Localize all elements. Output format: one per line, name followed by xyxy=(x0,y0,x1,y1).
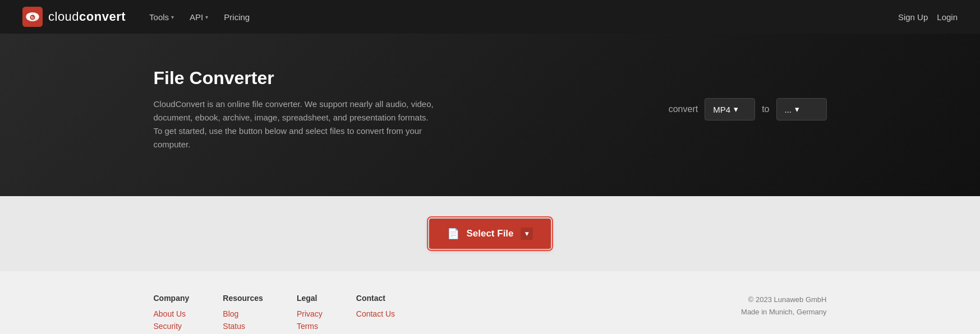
cta-section: 📄 Select File ▾ xyxy=(0,196,980,271)
hero-text: File Converter CloudConvert is an online… xyxy=(154,68,434,151)
converter-widget: convert MP4 ▾ to ... ▾ xyxy=(669,98,827,120)
footer-resources: Resources Blog Status xyxy=(223,294,263,334)
source-format-chevron-icon: ▾ xyxy=(734,104,738,114)
target-format-chevron-icon: ▾ xyxy=(795,104,799,114)
tools-chevron-icon: ▾ xyxy=(171,14,174,20)
brand-name: cloudconvert xyxy=(48,10,126,24)
api-menu[interactable]: API ▾ xyxy=(183,8,215,26)
footer-blog-link[interactable]: Blog xyxy=(223,309,263,318)
brand-logo-link[interactable]: ↻ cloudconvert xyxy=(22,7,126,27)
api-chevron-icon: ▾ xyxy=(205,14,208,20)
to-label: to xyxy=(762,104,769,114)
footer-company-heading: Company xyxy=(154,294,190,303)
select-file-chevron-icon[interactable]: ▾ xyxy=(521,228,533,240)
copyright-text: © 2023 Lunaweb GmbH xyxy=(741,294,826,306)
target-format-select[interactable]: ... ▾ xyxy=(776,98,827,120)
tools-menu[interactable]: Tools ▾ xyxy=(142,8,181,26)
hero-title: File Converter xyxy=(154,68,434,89)
file-icon: 📄 xyxy=(447,228,459,240)
footer: Company About Us Security Resources Blog… xyxy=(0,271,980,334)
footer-privacy-link[interactable]: Privacy xyxy=(297,309,323,318)
hero-inner: File Converter CloudConvert is an online… xyxy=(154,68,827,151)
footer-about-us-link[interactable]: About Us xyxy=(154,309,190,318)
footer-contact-us-link[interactable]: Contact Us xyxy=(356,309,395,318)
footer-company: Company About Us Security xyxy=(154,294,190,334)
footer-status-link[interactable]: Status xyxy=(223,322,263,331)
footer-copyright: © 2023 Lunaweb GmbH Made in Munich, Germ… xyxy=(741,294,826,318)
footer-legal-heading: Legal xyxy=(297,294,323,303)
login-link[interactable]: Login xyxy=(937,12,958,22)
convert-label: convert xyxy=(669,104,698,114)
footer-terms-link[interactable]: Terms xyxy=(297,322,323,331)
brand-icon: ↻ xyxy=(22,7,43,27)
pricing-link[interactable]: Pricing xyxy=(217,8,256,26)
footer-contact: Contact Contact Us xyxy=(356,294,395,334)
footer-legal: Legal Privacy Terms Imprint xyxy=(297,294,323,334)
signup-link[interactable]: Sign Up xyxy=(898,12,928,22)
location-text: Made in Munich, Germany xyxy=(741,306,826,318)
hero-description: CloudConvert is an online file converter… xyxy=(154,98,434,151)
hero-section: File Converter CloudConvert is an online… xyxy=(0,34,980,196)
navbar: ↻ cloudconvert Tools ▾ API ▾ Pricing Sig… xyxy=(0,0,980,34)
select-file-button[interactable]: 📄 Select File ▾ xyxy=(429,219,550,249)
footer-security-link[interactable]: Security xyxy=(154,322,190,331)
footer-resources-heading: Resources xyxy=(223,294,263,303)
source-format-select[interactable]: MP4 ▾ xyxy=(705,98,755,120)
footer-inner: Company About Us Security Resources Blog… xyxy=(154,294,827,334)
nav-right: Sign Up Login xyxy=(898,12,958,22)
nav-links: Tools ▾ API ▾ Pricing xyxy=(142,8,898,26)
footer-contact-heading: Contact xyxy=(356,294,395,303)
footer-columns: Company About Us Security Resources Blog… xyxy=(154,294,395,334)
svg-text:↻: ↻ xyxy=(31,15,34,20)
